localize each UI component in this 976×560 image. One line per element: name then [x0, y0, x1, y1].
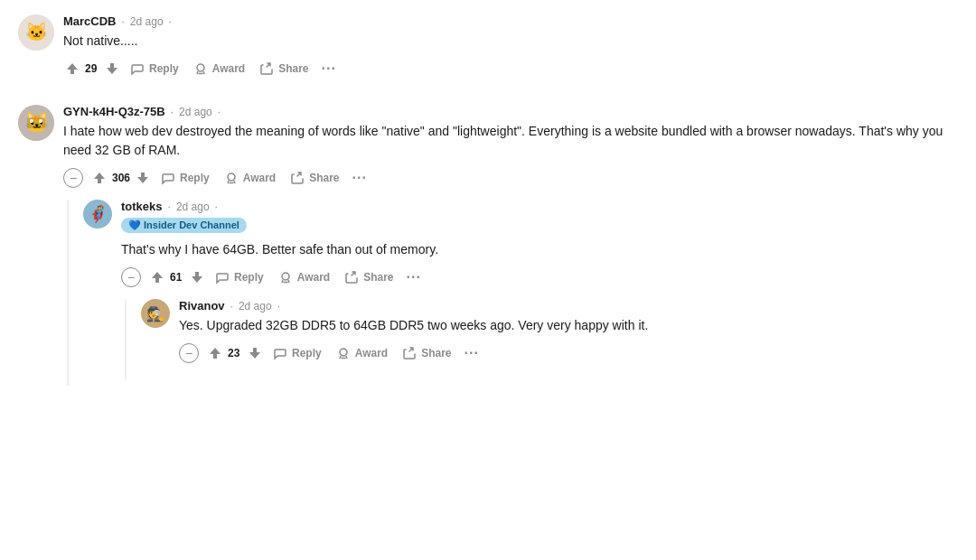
share-btn-totkeks[interactable]: Share — [339, 266, 399, 288]
svg-text:🕵️: 🕵️ — [146, 305, 164, 322]
vote-count-rivanov: 23 — [228, 347, 242, 359]
comment-text-rivanov: Yes. Upgraded 32GB DDR5 to 64GB DDR5 two… — [179, 316, 958, 335]
vote-count-marccdb: 29 — [85, 62, 99, 75]
downvote-marccdb[interactable] — [103, 60, 121, 78]
thread-line-2 — [125, 299, 127, 380]
downvote-rivanov[interactable] — [246, 344, 264, 362]
username-marccdb: MarcCDB — [63, 14, 117, 28]
timestamp-totkeks: 2d ago — [176, 201, 210, 213]
svg-point-8 — [228, 173, 235, 181]
svg-point-6 — [30, 119, 33, 123]
more-btn-rivanov[interactable]: ··· — [461, 343, 483, 363]
username-gyn: GYN-k4H-Q3z-75B — [63, 105, 165, 118]
svg-text:🐱: 🐱 — [25, 21, 48, 42]
share-btn-rivanov[interactable]: Share — [397, 342, 456, 364]
comment-text-gyn: I hate how web dev destroyed the meaning… — [63, 122, 958, 160]
reply-btn-marccdb[interactable]: Reply — [125, 58, 184, 79]
collapse-btn-rivanov[interactable]: − — [179, 343, 199, 363]
collapse-btn-gyn[interactable]: − — [63, 168, 83, 188]
svg-text:🦸: 🦸 — [88, 204, 108, 224]
upvote-marccdb[interactable] — [63, 60, 81, 78]
comment-thread: 🐱 MarcCDB · 2d ago · Not native..... 29 — [0, 0, 976, 415]
svg-point-7 — [39, 119, 42, 123]
collapse-btn-totkeks[interactable]: − — [121, 267, 141, 287]
reply-btn-rivanov[interactable]: Reply — [267, 342, 327, 364]
comment-totkeks: 🦸 totkeks · 2d ago · — [83, 200, 958, 380]
thread-line-1 — [67, 200, 69, 386]
action-bar-marccdb: 29 Reply Award — [63, 58, 958, 79]
comment-header-gyn: GYN-k4H-Q3z-75B · 2d ago · — [63, 105, 958, 118]
award-btn-totkeks[interactable]: Award — [273, 266, 335, 288]
avatar-totkeks: 🦸 — [83, 200, 112, 229]
award-btn-marccdb[interactable]: Award — [188, 58, 250, 79]
comment-rivanov: 🕵️ Rivanov · 2d ago — [141, 299, 958, 375]
svg-point-14 — [340, 349, 347, 356]
more-btn-gyn[interactable]: ··· — [349, 168, 371, 188]
comment-marccdb: 🐱 MarcCDB · 2d ago · Not native..... 29 — [18, 14, 958, 98]
downvote-totkeks[interactable] — [188, 268, 206, 286]
award-btn-gyn[interactable]: Award — [219, 167, 281, 189]
downvote-gyn[interactable] — [134, 169, 152, 187]
svg-point-11 — [282, 273, 289, 280]
username-totkeks: totkeks — [121, 200, 163, 213]
nested-replies-totkeks: 🕵️ Rivanov · 2d ago — [121, 299, 958, 380]
avatar-gyn: 🐱 — [18, 105, 54, 141]
action-bar-totkeks: − 61 — [121, 266, 958, 288]
comment-header-totkeks: totkeks · 2d ago · — [121, 200, 958, 213]
svg-point-2 — [197, 64, 204, 71]
comment-gyn: 🐱 GYN-k4H-Q3z-75B · 2d ago · I hate how … — [18, 105, 958, 393]
insider-badge: 💙 Insider Dev Channel — [121, 218, 247, 233]
upvote-totkeks[interactable] — [148, 268, 166, 286]
comment-body-marccdb: MarcCDB · 2d ago · Not native..... 29 — [63, 14, 958, 90]
timestamp-marccdb: 2d ago — [130, 15, 164, 28]
nested-replies-gyn: 🦸 totkeks · 2d ago · — [63, 200, 958, 386]
comment-text-marccdb: Not native..... — [63, 32, 958, 51]
more-btn-totkeks[interactable]: ··· — [403, 267, 425, 287]
timestamp-rivanov: 2d ago — [239, 300, 272, 313]
share-btn-marccdb[interactable]: Share — [254, 58, 314, 79]
comment-header-rivanov: Rivanov · 2d ago · — [179, 299, 958, 313]
action-bar-rivanov: − 23 — [179, 342, 958, 364]
upvote-gyn[interactable] — [90, 169, 108, 187]
username-rivanov: Rivanov — [179, 299, 225, 313]
avatar-rivanov: 🕵️ — [141, 299, 170, 328]
share-btn-gyn[interactable]: Share — [285, 167, 344, 189]
timestamp-gyn: 2d ago — [179, 106, 212, 118]
more-btn-marccdb[interactable]: ··· — [318, 59, 340, 79]
comment-text-totkeks: That's why I have 64GB. Better safe than… — [121, 240, 958, 259]
avatar-marccdb: 🐱 — [18, 14, 54, 51]
reply-btn-gyn[interactable]: Reply — [155, 167, 215, 189]
action-bar-gyn: − 306 — [63, 167, 958, 189]
comment-header-marccdb: MarcCDB · 2d ago · — [63, 14, 958, 28]
vote-count-totkeks: 61 — [170, 271, 184, 284]
award-btn-rivanov[interactable]: Award — [331, 342, 393, 364]
svg-rect-5 — [27, 117, 45, 128]
upvote-rivanov[interactable] — [206, 344, 224, 362]
vote-count-gyn: 306 — [112, 172, 130, 184]
reply-btn-totkeks[interactable]: Reply — [210, 266, 269, 288]
